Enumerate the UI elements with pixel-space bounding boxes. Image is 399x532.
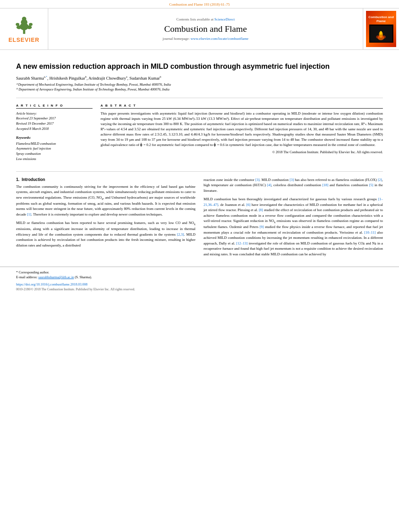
intro-title-text: Introduction <box>22 177 45 182</box>
body-divider <box>16 171 383 172</box>
received-date: Received 23 September 2017 <box>16 116 93 121</box>
keywords-list: Flameless/MILD combustion Asymmetric fue… <box>16 141 93 162</box>
corresponding-label: * Corresponding author. <box>16 270 49 274</box>
elsevier-logo: ELSEVIER <box>8 15 39 43</box>
email-link[interactable]: saurabhsharma@iitb.ac.in <box>38 275 74 279</box>
journal-citation-link[interactable]: Combustion and Flame 193 (2018) 61–75 <box>0 0 399 8</box>
article-title: A new emission reduction approach in MIL… <box>16 62 383 71</box>
journal-header: ELSEVIER Contents lists available at Sci… <box>0 8 399 50</box>
doi-link[interactable]: https://doi.org/10.1016/j.combustflame.2… <box>16 282 383 286</box>
main-content: A new emission reduction approach in MIL… <box>0 50 399 260</box>
journal-cover-area: Combustion and Flame <box>363 8 399 49</box>
journal-header-center: Contents lists available at ScienceDirec… <box>48 8 363 49</box>
footer-corresponding: * Corresponding author. <box>16 270 383 275</box>
elsevier-wordmark: ELSEVIER <box>8 37 39 43</box>
body-cols: 1. Introduction The combustion community… <box>16 177 383 261</box>
sciencedirect-link[interactable]: ScienceDirect <box>214 17 234 21</box>
abstract-header: A B S T R A C T <box>101 104 383 109</box>
intro-para3: reaction zone inside the combustor [3]. … <box>204 177 383 194</box>
email-label: E-mail address: <box>16 275 37 279</box>
contents-text: Contents lists available at <box>177 17 214 21</box>
article-info-col: A R T I C L E I N F O Article history: R… <box>16 104 93 166</box>
article-info-header: A R T I C L E I N F O <box>16 104 93 109</box>
copyright-line: © 2018 The Combustion Institute. Publish… <box>101 150 383 154</box>
journal-title-header: Combustion and Flame <box>164 24 247 34</box>
elsevier-tree-icon <box>12 15 36 35</box>
contents-available-line: Contents lists available at ScienceDirec… <box>177 17 235 21</box>
article-info-abstract-cols: A R T I C L E I N F O Article history: R… <box>16 104 383 166</box>
intro-title: 1. Introduction <box>16 177 195 182</box>
body-right-col: reaction zone inside the combustor [3]. … <box>204 177 383 261</box>
keyword-1: Flameless/MILD combustion <box>16 141 93 146</box>
keywords-section: Keywords: Flameless/MILD combustion Asym… <box>16 136 93 162</box>
history-label: Article history: <box>16 111 93 116</box>
article-divider <box>16 98 383 98</box>
elsevier-logo-area: ELSEVIER <box>0 8 48 49</box>
keyword-4: Low emissions <box>16 156 93 162</box>
intro-para2: MILD or flameless combustion has been re… <box>16 220 195 248</box>
cover-title-text: Combustion and Flame <box>368 15 395 23</box>
authors-line: Saurabh Sharmaa,*, Hrishikesh Pingulkarb… <box>16 75 383 80</box>
page-footer: * Corresponding author. E-mail address: … <box>0 267 399 294</box>
abstract-col: A B S T R A C T This paper presents inve… <box>101 104 383 166</box>
journal-link[interactable]: Combustion and Flame 193 (2018) 61–75 <box>169 2 230 6</box>
svg-point-12 <box>376 35 380 39</box>
svg-point-11 <box>380 31 382 35</box>
affiliations: ᵃ Department of Mechanical Engineering, … <box>16 82 383 92</box>
email-author-name: (S. Sharma). <box>75 275 92 279</box>
svg-point-4 <box>16 25 21 29</box>
svg-point-6 <box>16 23 19 26</box>
svg-point-3 <box>22 17 26 21</box>
footer-email-line: E-mail address: saurabhsharma@iitb.ac.in… <box>16 275 383 280</box>
body-left-col: 1. Introduction The combustion community… <box>16 177 195 261</box>
keyword-3: Spray combustion <box>16 151 93 156</box>
svg-point-13 <box>382 35 386 39</box>
journal-cover-image: Combustion and Flame <box>366 11 396 47</box>
affiliation-b: ᵇ Department of Aerospace Engineering, I… <box>16 87 383 92</box>
keywords-title: Keywords: <box>16 136 93 140</box>
affiliation-a: ᵃ Department of Mechanical Engineering, … <box>16 82 383 87</box>
article-history: Article history: Received 23 September 2… <box>16 111 93 131</box>
cover-flame-image <box>369 25 393 43</box>
homepage-label: journal homepage: <box>162 37 189 41</box>
svg-point-7 <box>29 23 32 26</box>
issn-line: 0010-2180/© 2018 The Combustion Institut… <box>16 288 383 291</box>
svg-point-5 <box>27 25 32 29</box>
page: Combustion and Flame 193 (2018) 61–75 EL… <box>0 0 399 294</box>
intro-para1: The combustion community is continuously… <box>16 184 195 218</box>
revised-date: Revised 19 December 2017 <box>16 121 93 126</box>
accepted-date: Accepted 8 March 2018 <box>16 126 93 131</box>
intro-number: 1. <box>16 177 19 182</box>
homepage-line: journal homepage: www.elsevier.com/locat… <box>162 37 248 41</box>
homepage-url[interactable]: www.elsevier.com/locate/combustflame <box>191 37 249 41</box>
intro-para4: MILD combustion has been thoroughly inve… <box>204 197 383 257</box>
abstract-text: This paper presents investigations with … <box>101 111 383 148</box>
flame-svg-icon <box>370 26 392 42</box>
keyword-2: Asymmetric fuel injection <box>16 146 93 151</box>
